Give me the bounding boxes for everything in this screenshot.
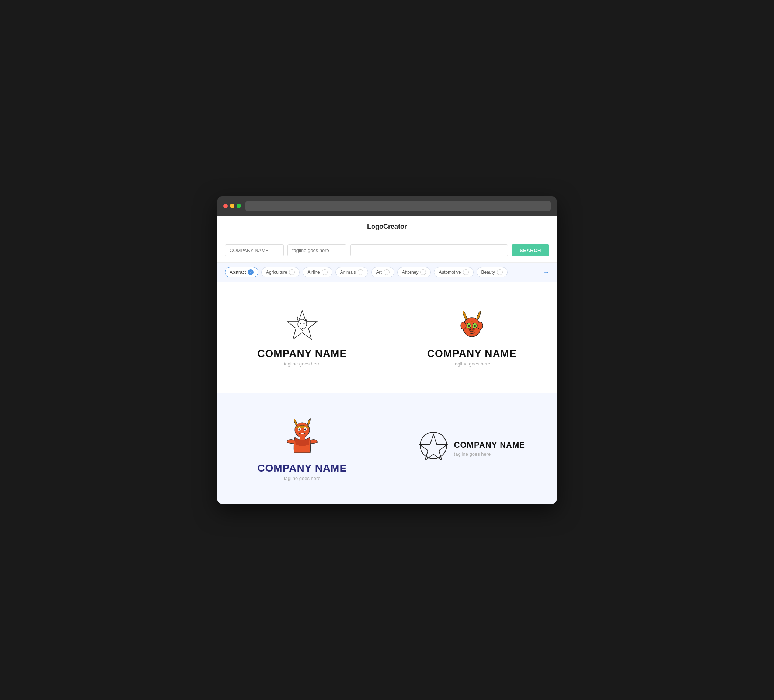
svg-point-14 bbox=[473, 329, 474, 330]
filter-animals-check bbox=[357, 269, 364, 275]
svg-marker-25 bbox=[419, 434, 447, 460]
domain-input[interactable] bbox=[350, 244, 508, 256]
svg-marker-0 bbox=[288, 310, 317, 339]
search-bar: SEARCH bbox=[217, 238, 557, 262]
filter-agriculture[interactable]: Agriculture bbox=[261, 267, 299, 277]
logo-4-tagline: tagline goes here bbox=[454, 451, 525, 457]
svg-point-1 bbox=[298, 319, 307, 329]
filter-agriculture-check bbox=[289, 269, 295, 275]
svg-point-20 bbox=[301, 431, 301, 432]
filter-attorney-label: Attorney bbox=[402, 270, 419, 275]
filter-art[interactable]: Art bbox=[371, 267, 394, 277]
traffic-lights bbox=[223, 204, 241, 208]
filter-automotive[interactable]: Automotive bbox=[434, 267, 473, 277]
svg-point-10 bbox=[474, 325, 476, 327]
app-header: LogoCreator bbox=[217, 216, 557, 238]
filter-automotive-label: Automotive bbox=[438, 270, 461, 275]
svg-rect-22 bbox=[301, 433, 304, 434]
filter-airline-label: Airline bbox=[308, 270, 319, 275]
filter-automotive-check bbox=[463, 269, 469, 275]
filter-attorney[interactable]: Attorney bbox=[397, 267, 431, 277]
logo-4-text: COMPANY NAME tagline goes here bbox=[454, 440, 525, 457]
logo-4-container: COMPANY NAME tagline goes here bbox=[419, 431, 525, 466]
logo-card-4[interactable]: COMPANY NAME tagline goes here bbox=[387, 393, 557, 504]
logo-1-company: COMPANY NAME bbox=[257, 348, 347, 360]
svg-point-24 bbox=[420, 432, 447, 459]
tagline-input[interactable] bbox=[288, 244, 346, 256]
filter-animals-label: Animals bbox=[340, 270, 356, 275]
close-button[interactable] bbox=[223, 204, 228, 208]
svg-point-3 bbox=[303, 323, 304, 324]
filter-more-arrow[interactable]: → bbox=[543, 269, 549, 276]
filter-art-check bbox=[384, 269, 390, 275]
logo-card-1[interactable]: COMPANY NAME tagline goes here bbox=[217, 282, 387, 393]
logo-2-tagline: tagline goes here bbox=[453, 361, 490, 367]
logo-grid: COMPANY NAME tagline goes here bbox=[217, 282, 557, 504]
logo-icon-4 bbox=[419, 431, 448, 460]
svg-point-13 bbox=[470, 329, 471, 330]
svg-point-2 bbox=[299, 323, 301, 324]
search-button[interactable]: SEARCH bbox=[511, 244, 549, 256]
filter-abstract[interactable]: Abstract ✓ bbox=[225, 267, 258, 277]
filter-animals[interactable]: Animals bbox=[336, 267, 369, 277]
logo-icon-2 bbox=[455, 309, 488, 342]
svg-point-6 bbox=[478, 322, 483, 329]
svg-point-18 bbox=[298, 428, 300, 430]
filter-attorney-check bbox=[420, 269, 426, 275]
svg-rect-23 bbox=[299, 437, 305, 439]
svg-point-9 bbox=[468, 325, 470, 327]
filters-bar: Abstract ✓ Agriculture Airline Animals A… bbox=[217, 262, 557, 282]
filter-abstract-check: ✓ bbox=[248, 269, 253, 275]
browser-window: LogoCreator SEARCH Abstract ✓ Agricultur… bbox=[217, 196, 557, 504]
browser-chrome bbox=[217, 196, 557, 216]
logo-icon-3 bbox=[284, 416, 321, 456]
filter-airline-check bbox=[322, 269, 327, 275]
filter-abstract-label: Abstract bbox=[230, 270, 246, 275]
logo-card-2[interactable]: COMPANY NAME tagline goes here bbox=[387, 282, 557, 393]
logo-2-company: COMPANY NAME bbox=[427, 348, 517, 360]
svg-point-11 bbox=[471, 321, 473, 322]
filter-beauty-label: Beauty bbox=[481, 270, 495, 275]
filter-beauty-check bbox=[497, 269, 503, 275]
logo-4-company: COMPANY NAME bbox=[454, 440, 525, 450]
logo-3-company: COMPANY NAME bbox=[257, 462, 347, 474]
filter-beauty[interactable]: Beauty bbox=[476, 267, 508, 277]
logo-1-tagline: tagline goes here bbox=[284, 361, 321, 367]
company-name-input[interactable] bbox=[225, 244, 284, 256]
filter-airline[interactable]: Airline bbox=[303, 267, 332, 277]
filter-agriculture-label: Agriculture bbox=[266, 270, 287, 275]
svg-point-21 bbox=[303, 431, 304, 432]
logo-card-3[interactable]: COMPANY NAME tagline goes here bbox=[217, 393, 387, 504]
svg-point-12 bbox=[469, 328, 475, 332]
maximize-button[interactable] bbox=[237, 204, 241, 208]
minimize-button[interactable] bbox=[230, 204, 235, 208]
address-bar[interactable] bbox=[245, 201, 551, 211]
logo-3-tagline: tagline goes here bbox=[284, 475, 321, 481]
svg-point-15 bbox=[295, 423, 309, 438]
svg-point-5 bbox=[461, 322, 466, 329]
filter-art-label: Art bbox=[376, 270, 382, 275]
svg-point-19 bbox=[304, 428, 306, 430]
app-content: LogoCreator SEARCH Abstract ✓ Agricultur… bbox=[217, 216, 557, 504]
logo-icon-1 bbox=[286, 309, 319, 342]
app-title: LogoCreator bbox=[367, 223, 407, 230]
